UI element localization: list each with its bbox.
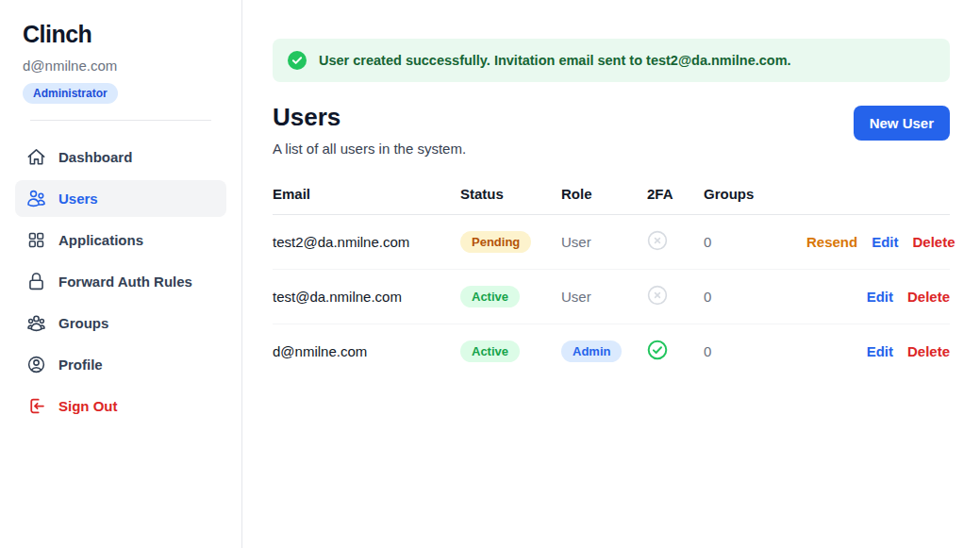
sidebar-item-forward-auth-rules[interactable]: Forward Auth Rules: [15, 263, 226, 300]
groups-count-cell: 0: [704, 270, 792, 324]
actions-cell: EditDelete: [792, 270, 950, 324]
role-label: User: [561, 234, 591, 250]
success-banner-message: User created successfully. Invitation em…: [319, 53, 791, 68]
twofa-cell: [647, 270, 704, 324]
actions-cell: ResendEditDelete: [792, 215, 950, 270]
status-badge: Active: [460, 340, 520, 362]
sidebar-header: Clinch d@nmilne.com Administrator: [15, 21, 226, 121]
role-cell: Admin: [561, 324, 647, 379]
user-email-cell: d@nmilne.com: [273, 324, 460, 379]
twofa-enabled-check-icon: [647, 340, 668, 360]
grid-icon: [26, 230, 46, 250]
sidebar-item-sign-out[interactable]: Sign Out: [15, 388, 226, 424]
logout-icon: [26, 396, 46, 416]
sidebar-item-dashboard[interactable]: Dashboard: [15, 139, 226, 175]
sidebar: Clinch d@nmilne.com Administrator Dashbo…: [0, 0, 242, 548]
role-cell: User: [561, 270, 647, 324]
new-user-button[interactable]: New User: [854, 106, 950, 141]
twofa-disabled-x-icon: [647, 285, 668, 306]
twofa-disabled-x-icon: [647, 230, 668, 251]
sidebar-item-profile[interactable]: Profile: [15, 346, 226, 383]
role-badge: Administrator: [23, 83, 118, 104]
role-cell: User: [561, 215, 647, 270]
user-group-icon: [26, 313, 46, 333]
sidebar-item-groups[interactable]: Groups: [15, 305, 226, 341]
sidebar-item-applications[interactable]: Applications: [15, 222, 226, 258]
page-title: Users: [273, 103, 466, 132]
sidebar-item-label: Profile: [58, 357, 103, 373]
sidebar-item-users[interactable]: Users: [15, 180, 226, 217]
page-subtitle: A list of all users in the system.: [273, 141, 466, 157]
groups-count-cell: 0: [704, 324, 792, 379]
sidebar-divider: [30, 120, 211, 121]
table-header-row: EmailStatusRole2FAGroups: [273, 186, 950, 215]
column-header-2fa: 2FA: [647, 186, 704, 215]
users-table: EmailStatusRole2FAGroups test2@da.nmilne…: [273, 186, 950, 378]
delete-action-link[interactable]: Delete: [907, 289, 950, 305]
app-title: Clinch: [23, 21, 219, 48]
page-header: Users A list of all users in the system.…: [273, 103, 950, 157]
edit-action-link[interactable]: Edit: [867, 289, 893, 305]
edit-action-link[interactable]: Edit: [872, 234, 898, 250]
user-email-cell: test@da.nmilne.com: [273, 270, 460, 324]
status-badge: Active: [460, 286, 520, 307]
role-badge: Admin: [561, 340, 622, 362]
page-title-block: Users A list of all users in the system.: [273, 103, 466, 157]
status-cell: Active: [460, 324, 561, 379]
twofa-cell: [647, 215, 704, 270]
column-header-actions: [792, 186, 950, 215]
success-check-circle-icon: [288, 51, 307, 70]
users-icon: [26, 189, 46, 208]
sidebar-item-label: Applications: [58, 232, 143, 248]
table-row: test@da.nmilne.comActiveUser0EditDelete: [273, 270, 950, 324]
role-label: User: [561, 289, 591, 305]
sidebar-item-label: Sign Out: [58, 398, 118, 414]
column-header-status: Status: [460, 186, 561, 215]
table-row: d@nmilne.comActiveAdmin0EditDelete: [273, 324, 950, 379]
lock-icon: [26, 272, 46, 291]
edit-action-link[interactable]: Edit: [867, 343, 893, 359]
main-content: User created successfully. Invitation em…: [242, 0, 980, 548]
user-email-cell: test2@da.nmilne.com: [273, 215, 460, 270]
status-badge: Pending: [460, 231, 531, 253]
status-cell: Active: [460, 270, 561, 324]
resend-action-link[interactable]: Resend: [806, 234, 857, 250]
sidebar-user-email: d@nmilne.com: [23, 58, 219, 74]
column-header-groups: Groups: [704, 186, 792, 215]
twofa-cell: [647, 324, 704, 379]
column-header-role: Role: [561, 186, 647, 215]
sidebar-item-label: Groups: [58, 315, 108, 331]
user-circle-icon: [26, 355, 46, 374]
sidebar-item-label: Dashboard: [58, 149, 132, 165]
delete-action-link[interactable]: Delete: [907, 343, 950, 359]
status-cell: Pending: [460, 215, 561, 270]
home-icon: [26, 147, 46, 167]
table-row: test2@da.nmilne.comPendingUser0ResendEdi…: [273, 215, 950, 270]
sidebar-nav: DashboardUsersApplicationsForward Auth R…: [15, 139, 226, 424]
actions-cell: EditDelete: [792, 324, 950, 379]
sidebar-item-label: Users: [58, 191, 98, 207]
sidebar-item-label: Forward Auth Rules: [58, 274, 192, 290]
column-header-email: Email: [273, 186, 460, 215]
table-body: test2@da.nmilne.comPendingUser0ResendEdi…: [273, 215, 950, 379]
delete-action-link[interactable]: Delete: [913, 234, 955, 250]
groups-count-cell: 0: [704, 215, 792, 270]
app-root: Clinch d@nmilne.com Administrator Dashbo…: [0, 0, 980, 548]
success-banner: User created successfully. Invitation em…: [273, 39, 950, 82]
